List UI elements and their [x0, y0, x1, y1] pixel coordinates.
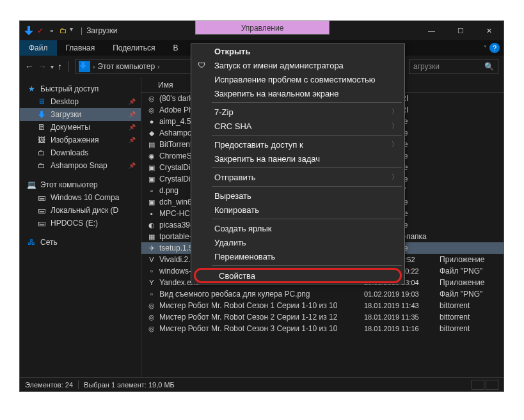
ctx-copy[interactable]: Копировать [191, 203, 404, 217]
file-row[interactable]: ◎Мистер Робот Mr. Robot Сезон 3 Серии 1-… [141, 323, 504, 334]
file-icon: ✈ [147, 243, 157, 253]
nav-up-button[interactable]: ↑ [58, 61, 62, 72]
search-icon[interactable]: 🔍 [484, 62, 494, 71]
file-icon: ◎ [147, 312, 157, 322]
ctx-delete[interactable]: Удалить [191, 235, 404, 249]
file-icon: ▫ [147, 266, 157, 276]
file-date: 18.01.2019 11:43 [364, 302, 434, 309]
file-icon: ◎ [147, 93, 157, 104]
nav-back-button[interactable]: ← [25, 61, 34, 72]
file-icon: ▣ [147, 174, 157, 184]
qat-props-icon[interactable]: ▫ [47, 26, 57, 36]
nav-hpdocs[interactable]: 🖴HPDOCS (E:) [20, 217, 141, 229]
qat-folder-icon[interactable]: 🗀 [58, 26, 68, 36]
file-icon: ▫ [147, 185, 157, 196]
nav-quick-access[interactable]: ★Быстрый доступ [20, 82, 141, 95]
location-icon [79, 61, 90, 72]
ctx-open[interactable]: Открыть [191, 44, 404, 58]
file-name: Мистер Робот Mr. Robot Сезон 1 Серии 1-1… [159, 301, 364, 310]
file-icon: ▣ [147, 197, 157, 207]
window-title: Загрузки [86, 26, 117, 35]
nav-network[interactable]: 🖧Сеть [20, 236, 141, 249]
nav-documents[interactable]: 🖹Документы📌 [20, 121, 141, 134]
file-icon: V [147, 254, 157, 265]
ctx-properties[interactable]: Свойства [194, 268, 402, 283]
nav-localdisk[interactable]: 🖴Локальный диск (D [20, 204, 141, 217]
file-icon: ◎ [147, 323, 157, 334]
file-type: Приложение [434, 255, 504, 264]
file-name: Мистер Робот Mr. Robot Сезон 3 Серии 1-1… [159, 324, 364, 333]
ctx-shortcut[interactable]: Создать ярлык [191, 221, 404, 235]
file-name: Мистер Робот Mr. Robot Сезон 2 Серии 1-1… [159, 313, 364, 322]
tab-home[interactable]: Главная [57, 40, 104, 56]
file-icon: ▪ [147, 208, 157, 219]
nav-pane: ★Быстрый доступ 🖥Desktop📌 Загрузки📌 🖹Док… [20, 77, 141, 377]
file-row[interactable]: ▫Вид съемного реобаса для кулера PC.png0… [141, 288, 504, 300]
minimize-button[interactable]: — [417, 21, 446, 40]
file-date: 01.02.2019 19:03 [364, 290, 434, 298]
nav-this-pc[interactable]: 💻Этот компьютер [20, 178, 141, 191]
ctx-share[interactable]: Предоставить доступ к〉 [191, 137, 404, 152]
nav-pictures[interactable]: 🖼Изображения📌 [20, 134, 141, 146]
nav-downloads[interactable]: Загрузки📌 [20, 108, 141, 121]
tab-view[interactable]: В [164, 40, 187, 56]
file-icon: ▤ [147, 139, 157, 150]
ctx-runas[interactable]: 🛡Запуск от имени администратора [191, 58, 404, 72]
nav-history-dropdown[interactable]: ▾ [51, 63, 54, 70]
maximize-button[interactable]: ☐ [446, 21, 475, 40]
file-row[interactable]: ◎Мистер Робот Mr. Robot Сезон 1 Серии 1-… [141, 300, 504, 311]
qat-dropdown-icon[interactable]: ▾ [70, 26, 73, 36]
app-icon [24, 26, 34, 36]
status-selection: Выбран 1 элемент: 19,0 МБ [84, 381, 175, 389]
file-icon: ● [147, 116, 157, 127]
ribbon-expand-icon[interactable]: ˅ [484, 45, 487, 52]
file-icon: ◉ [147, 151, 157, 161]
status-bar: Элементов: 24 Выбран 1 элемент: 19,0 МБ [20, 377, 504, 391]
nav-ashampoo[interactable]: 🗀Ashampoo Snap📌 [20, 159, 141, 172]
file-icon: ▫ [147, 289, 157, 299]
nav-win10[interactable]: 🖴Windows 10 Compa [20, 191, 141, 204]
file-type: bittorrent [434, 313, 504, 322]
status-count: Элементов: 24 [25, 381, 73, 389]
view-icons-button[interactable] [486, 380, 498, 390]
tab-share[interactable]: Поделиться [104, 40, 164, 56]
contextual-tab-manage[interactable]: Управление [195, 20, 329, 35]
ctx-sendto[interactable]: Отправить〉 [191, 170, 404, 184]
help-icon[interactable]: ? [489, 43, 500, 53]
search-input[interactable]: агрузки 🔍 [409, 59, 498, 74]
ctx-pinstart[interactable]: Закрепить на начальном экране [191, 86, 404, 100]
shield-icon: 🛡 [196, 60, 207, 70]
file-name: Вид съемного реобаса для кулера PC.png [159, 290, 364, 299]
context-menu: Открыть 🛡Запуск от имени администратора … [191, 43, 405, 284]
nav-desktop[interactable]: 🖥Desktop📌 [20, 95, 141, 108]
ctx-compat[interactable]: Исправление проблем с совместимостью [191, 72, 404, 86]
file-date: 18.01.2019 11:35 [364, 313, 434, 321]
file-type: Приложение [434, 278, 504, 287]
ctx-cut[interactable]: Вырезать [191, 189, 404, 203]
qat-icon[interactable]: ✓ [35, 26, 45, 36]
ctx-7zip[interactable]: 7-Zip〉 [191, 105, 404, 119]
file-icon: Y [147, 277, 157, 288]
file-type: Файл "PNG" [434, 290, 504, 299]
file-icon: ◎ [147, 105, 157, 115]
file-icon: ◎ [147, 300, 157, 311]
file-type: bittorrent [434, 301, 504, 310]
file-type: Файл "PNG" [434, 267, 504, 276]
ctx-rename[interactable]: Переименовать [191, 249, 404, 263]
close-button[interactable]: ✕ [475, 21, 504, 40]
crumb-thispc[interactable]: Этот компьютер [97, 62, 155, 71]
nav-forward-button[interactable]: → [38, 61, 47, 72]
tab-file[interactable]: Файл [20, 40, 57, 56]
view-details-button[interactable] [472, 380, 484, 390]
file-icon: ▦ [147, 231, 157, 242]
file-icon: ◆ [147, 128, 157, 138]
ctx-pintask[interactable]: Закрепить на панели задач [191, 152, 404, 166]
file-type: bittorrent [434, 324, 504, 333]
nav-downloads-en[interactable]: 🗀Downloads [20, 146, 141, 159]
file-icon: ▣ [147, 162, 157, 173]
file-icon: ◐ [147, 220, 157, 230]
file-row[interactable]: ◎Мистер Робот Mr. Robot Сезон 2 Серии 1-… [141, 311, 504, 323]
file-date: 18.01.2019 11:16 [364, 325, 434, 332]
ctx-crc[interactable]: CRC SHA〉 [191, 119, 404, 133]
